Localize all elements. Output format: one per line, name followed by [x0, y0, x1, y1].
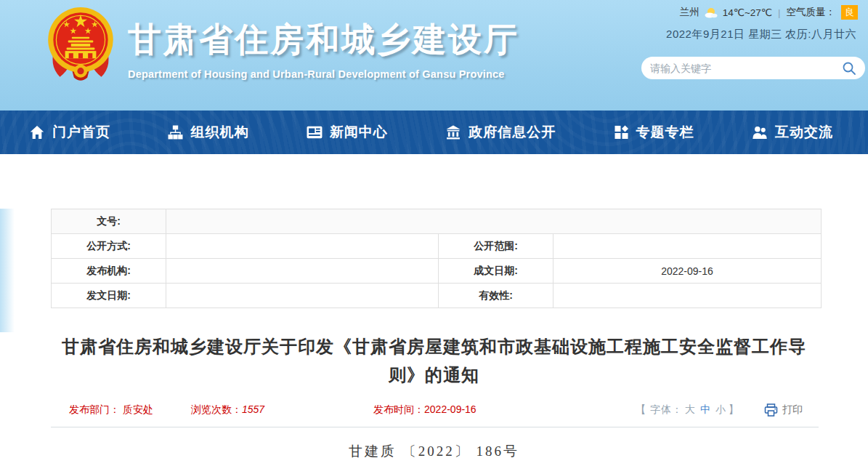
- nav-item-label: 门户首页: [52, 123, 110, 142]
- nav-item-interaction[interactable]: 互动交流: [752, 123, 833, 142]
- sun-cloud-icon: [704, 7, 718, 18]
- search-icon[interactable]: [842, 61, 856, 76]
- open-method-label: 公开方式:: [52, 234, 166, 259]
- font-size-panel: 【 字体：大中小】: [636, 403, 739, 417]
- publish-time-value: 2022-09-16: [424, 403, 476, 415]
- site-subtitle-en: Department of Housing and Urban-Rural De…: [128, 68, 519, 80]
- nav-item-home[interactable]: 门户首页: [29, 123, 110, 142]
- date-line: 2022年9月21日 星期三 农历:八月廿六: [666, 28, 856, 41]
- printer-icon: [764, 403, 778, 417]
- view-count: 浏览次数：1557: [191, 403, 264, 417]
- nav-item-label: 新闻中心: [330, 123, 388, 142]
- gov-building-icon: [445, 125, 461, 140]
- article-title: 甘肃省住房和城乡建设厅关于印发《甘肃省房屋建筑和市政基础设施工程施工安全监督工作…: [48, 332, 821, 389]
- nav-item-gov-info[interactable]: 政府信息公开: [445, 123, 556, 142]
- issuing-agency-label: 发布机构:: [52, 259, 166, 284]
- document-number: 甘建质 〔2022〕 186号: [0, 442, 868, 458]
- grid-icon: [614, 125, 629, 140]
- air-quality-label: 空气质量：: [787, 6, 836, 19]
- home-icon: [29, 125, 45, 140]
- weather-bar: 兰州 14℃~27℃ | 空气质量： 良: [680, 5, 858, 20]
- nav-item-special-topics[interactable]: 专题专栏: [614, 123, 694, 142]
- validity-value: [553, 284, 822, 308]
- publish-time-label: 发布时间：: [373, 403, 424, 415]
- nav-item-organization[interactable]: 组织机构: [168, 123, 248, 142]
- document-meta-table: 文号: 公开方式: 公开范围: 发布机构: 成文日期: 2022-09-16 发…: [51, 209, 822, 308]
- font-size-medium-button[interactable]: 中: [700, 403, 711, 415]
- nav-item-label: 组织机构: [190, 123, 248, 142]
- table-row: 文号:: [52, 209, 822, 234]
- main-nav: 门户首页 组织机构 新闻中心 政府信息公开: [0, 111, 868, 154]
- publish-dept-value: 质安处: [123, 403, 153, 415]
- font-size-small-button[interactable]: 小: [715, 403, 726, 415]
- print-button[interactable]: 打印: [764, 403, 803, 417]
- search-box: [641, 57, 865, 79]
- open-scope-value: [553, 234, 822, 259]
- brand-block: 甘肃省住房和城乡建设厅 Department of Housing and Ur…: [128, 17, 519, 80]
- search-input[interactable]: [650, 63, 842, 74]
- org-chart-icon: [168, 125, 183, 140]
- nav-item-news[interactable]: 新闻中心: [307, 123, 388, 142]
- article-meta-bar: 发布部门： 质安处 浏览次数：1557 发布时间：2022-09-16 【 字体…: [51, 401, 819, 427]
- open-scope-label: 公开范围:: [439, 234, 553, 259]
- site-title: 甘肃省住房和城乡建设厅: [128, 17, 519, 63]
- table-row: 发布机构: 成文日期: 2022-09-16: [52, 259, 822, 284]
- issue-date-label: 发文日期:: [52, 284, 166, 308]
- national-emblem-logo: [44, 4, 118, 86]
- content-area: 文号: 公开方式: 公开范围: 发布机构: 成文日期: 2022-09-16 发…: [0, 209, 868, 458]
- nav-item-label: 政府信息公开: [469, 123, 556, 142]
- issue-date-value: [166, 284, 439, 308]
- publish-dept-label: 发布部门：: [69, 403, 120, 415]
- table-row: 公开方式: 公开范围:: [52, 234, 822, 259]
- weather-temperature: 14℃~27℃: [723, 7, 772, 18]
- weather-city: 兰州: [680, 6, 699, 19]
- view-count-label: 浏览次数：: [191, 403, 242, 415]
- users-icon: [752, 125, 768, 140]
- print-label: 打印: [782, 403, 803, 417]
- weather-separator: |: [778, 7, 781, 18]
- font-panel-close: 】: [729, 403, 739, 415]
- news-icon: [307, 125, 323, 140]
- font-size-large-button[interactable]: 大: [685, 403, 696, 415]
- validity-label: 有效性:: [439, 284, 553, 308]
- issuing-agency-value: [166, 259, 439, 284]
- nav-item-label: 互动交流: [775, 123, 833, 142]
- publish-time: 发布时间：2022-09-16: [373, 403, 476, 417]
- publish-dept: 发布部门： 质安处: [69, 403, 153, 417]
- doc-number-label: 文号:: [52, 209, 166, 234]
- doc-number-value: [166, 209, 822, 234]
- view-count-value: 1557: [242, 403, 264, 415]
- air-quality-badge: 良: [841, 5, 858, 20]
- left-edge-tint: [0, 209, 15, 332]
- open-method-value: [166, 234, 439, 259]
- nav-item-label: 专题专栏: [636, 123, 694, 142]
- written-date-label: 成文日期:: [439, 259, 553, 284]
- font-panel-open: 【 字体：: [636, 403, 683, 415]
- written-date-value: 2022-09-16: [553, 259, 822, 284]
- meta-right-tools: 【 字体：大中小】 打印: [636, 403, 803, 417]
- table-row: 发文日期: 有效性:: [52, 284, 822, 308]
- site-header: 甘肃省住房和城乡建设厅 Department of Housing and Ur…: [0, 0, 868, 111]
